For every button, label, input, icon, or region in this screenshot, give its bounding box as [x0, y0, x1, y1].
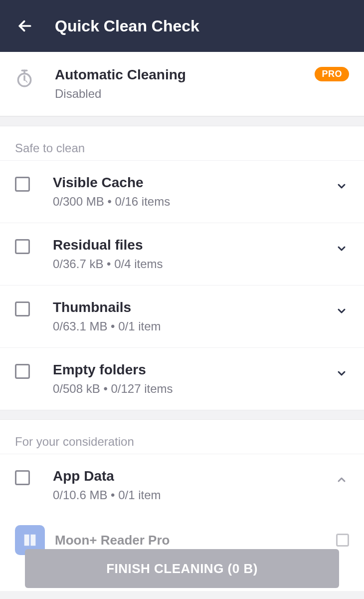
- expand-toggle[interactable]: [334, 303, 349, 318]
- automatic-cleaning-status: Disabled: [55, 87, 315, 101]
- list-item-subtitle: 0/10.6 MB • 0/1 item: [53, 488, 334, 502]
- chevron-down-icon: [336, 305, 348, 317]
- bottom-spacer: [0, 591, 364, 599]
- sub-item-title: Moon+ Reader Pro: [55, 533, 336, 548]
- list-item-title: Visible Cache: [53, 175, 334, 191]
- chevron-down-icon: [336, 180, 348, 192]
- list-item-subtitle: 0/36.7 kB • 0/4 items: [53, 257, 334, 271]
- checkbox-empty-folders[interactable]: [15, 364, 30, 379]
- chevron-up-icon: [336, 474, 348, 486]
- section-label-consider: For your consideration: [0, 420, 364, 454]
- section-divider: [0, 116, 364, 126]
- arrow-left-icon: [17, 18, 33, 34]
- checkbox-visible-cache[interactable]: [15, 177, 30, 192]
- list-item-text: App Data 0/10.6 MB • 0/1 item: [53, 468, 334, 502]
- finish-cleaning-button[interactable]: FINISH CLEANING (0 B): [25, 549, 339, 588]
- list-item-text: Empty folders 0/508 kB • 0/127 items: [53, 362, 334, 396]
- expand-toggle[interactable]: [334, 241, 349, 256]
- list-item-title: Residual files: [53, 237, 334, 253]
- checkbox-residual-files[interactable]: [15, 239, 30, 254]
- chevron-down-icon: [336, 243, 348, 255]
- app-header: Quick Clean Check: [0, 0, 364, 52]
- checkbox-thumbnails[interactable]: [15, 301, 30, 316]
- chevron-down-icon: [336, 367, 348, 379]
- list-item-text: Residual files 0/36.7 kB • 0/4 items: [53, 237, 334, 271]
- list-item-title: Thumbnails: [53, 300, 334, 315]
- list-item-app-data[interactable]: App Data 0/10.6 MB • 0/1 item: [0, 454, 364, 516]
- list-item-title: App Data: [53, 468, 334, 484]
- list-item-title: Empty folders: [53, 362, 334, 378]
- list-item-subtitle: 0/63.1 MB • 0/1 item: [53, 319, 334, 333]
- list-item-subtitle: 0/508 kB • 0/127 items: [53, 382, 334, 396]
- list-item-residual-files[interactable]: Residual files 0/36.7 kB • 0/4 items: [0, 223, 364, 285]
- list-item-text: Thumbnails 0/63.1 MB • 0/1 item: [53, 300, 334, 333]
- checkbox-sub-item[interactable]: [336, 534, 349, 547]
- automatic-cleaning-text: Automatic Cleaning Disabled: [55, 67, 315, 101]
- pro-badge: PRO: [315, 67, 349, 81]
- list-item-subtitle: 0/300 MB • 0/16 items: [53, 195, 334, 209]
- list-item-empty-folders[interactable]: Empty folders 0/508 kB • 0/127 items: [0, 347, 364, 410]
- automatic-cleaning-title: Automatic Cleaning: [55, 67, 315, 83]
- section-divider: [0, 410, 364, 420]
- checkbox-app-data[interactable]: [15, 470, 30, 485]
- automatic-cleaning-row[interactable]: Automatic Cleaning Disabled PRO: [0, 52, 364, 116]
- finish-button-container: FINISH CLEANING (0 B): [0, 549, 364, 588]
- list-item-thumbnails[interactable]: Thumbnails 0/63.1 MB • 0/1 item: [0, 285, 364, 347]
- page-title: Quick Clean Check: [55, 17, 199, 35]
- expand-toggle[interactable]: [334, 472, 349, 487]
- back-button[interactable]: [15, 16, 35, 36]
- expand-toggle[interactable]: [334, 179, 349, 194]
- list-item-visible-cache[interactable]: Visible Cache 0/300 MB • 0/16 items: [0, 160, 364, 223]
- list-item-text: Visible Cache 0/300 MB • 0/16 items: [53, 175, 334, 209]
- section-label-safe: Safe to clean: [0, 126, 364, 160]
- expand-toggle[interactable]: [334, 366, 349, 381]
- stopwatch-icon: [15, 69, 35, 90]
